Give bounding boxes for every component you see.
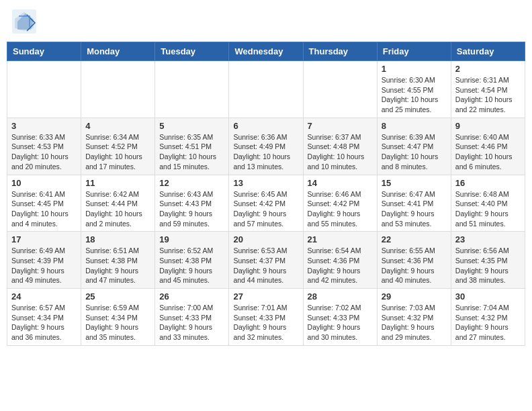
day-info: Sunrise: 6:33 AM Sunset: 4:53 PM Dayligh… (11, 132, 77, 172)
weekday-header-tuesday: Tuesday (155, 42, 229, 61)
calendar-cell (229, 61, 303, 118)
calendar-cell: 4Sunrise: 6:34 AM Sunset: 4:52 PM Daylig… (81, 118, 155, 175)
day-number: 23 (455, 234, 521, 244)
day-info: Sunrise: 6:46 AM Sunset: 4:42 PM Dayligh… (308, 189, 373, 229)
day-number: 18 (85, 234, 150, 244)
day-info: Sunrise: 6:55 AM Sunset: 4:36 PM Dayligh… (382, 246, 447, 285)
calendar-week-row: 3Sunrise: 6:33 AM Sunset: 4:53 PM Daylig… (7, 118, 525, 175)
day-number: 13 (233, 178, 298, 188)
day-info: Sunrise: 6:49 AM Sunset: 4:39 PM Dayligh… (11, 246, 77, 285)
day-info: Sunrise: 6:57 AM Sunset: 4:34 PM Dayligh… (11, 303, 77, 342)
day-number: 15 (382, 178, 447, 188)
calendar-cell: 20Sunrise: 6:53 AM Sunset: 4:37 PM Dayli… (229, 232, 303, 289)
day-info: Sunrise: 6:36 AM Sunset: 4:49 PM Dayligh… (233, 132, 298, 172)
calendar-cell: 30Sunrise: 7:04 AM Sunset: 4:32 PM Dayli… (451, 289, 525, 346)
day-info: Sunrise: 6:53 AM Sunset: 4:37 PM Dayligh… (233, 246, 298, 285)
calendar-cell: 14Sunrise: 6:46 AM Sunset: 4:42 PM Dayli… (303, 175, 377, 232)
day-info: Sunrise: 6:31 AM Sunset: 4:54 PM Dayligh… (455, 75, 521, 115)
weekday-header-saturday: Saturday (451, 42, 525, 61)
calendar-cell: 1Sunrise: 6:30 AM Sunset: 4:55 PM Daylig… (377, 61, 451, 118)
day-number: 20 (233, 234, 298, 244)
day-number: 29 (382, 291, 447, 302)
day-info: Sunrise: 7:03 AM Sunset: 4:32 PM Dayligh… (382, 303, 447, 342)
day-number: 30 (455, 291, 521, 302)
day-info: Sunrise: 6:54 AM Sunset: 4:36 PM Dayligh… (308, 246, 373, 285)
day-number: 4 (85, 121, 150, 131)
calendar-cell (303, 61, 377, 118)
calendar-cell: 2Sunrise: 6:31 AM Sunset: 4:54 PM Daylig… (451, 61, 525, 118)
day-number: 21 (308, 234, 373, 244)
calendar-cell: 11Sunrise: 6:42 AM Sunset: 4:44 PM Dayli… (81, 175, 155, 232)
calendar-cell: 7Sunrise: 6:37 AM Sunset: 4:48 PM Daylig… (303, 118, 377, 175)
page-header (7, 7, 525, 36)
day-info: Sunrise: 6:56 AM Sunset: 4:35 PM Dayligh… (455, 246, 521, 285)
day-info: Sunrise: 6:41 AM Sunset: 4:45 PM Dayligh… (11, 189, 77, 229)
day-info: Sunrise: 6:39 AM Sunset: 4:47 PM Dayligh… (382, 132, 447, 172)
calendar-cell: 27Sunrise: 7:01 AM Sunset: 4:33 PM Dayli… (229, 289, 303, 346)
logo (12, 9, 36, 34)
calendar-cell: 12Sunrise: 6:43 AM Sunset: 4:43 PM Dayli… (155, 175, 229, 232)
day-number: 12 (159, 178, 224, 188)
calendar-week-row: 1Sunrise: 6:30 AM Sunset: 4:55 PM Daylig… (7, 61, 525, 118)
calendar-cell: 21Sunrise: 6:54 AM Sunset: 4:36 PM Dayli… (303, 232, 377, 289)
day-info: Sunrise: 7:00 AM Sunset: 4:33 PM Dayligh… (159, 303, 224, 342)
calendar-cell: 29Sunrise: 7:03 AM Sunset: 4:32 PM Dayli… (377, 289, 451, 346)
day-info: Sunrise: 7:01 AM Sunset: 4:33 PM Dayligh… (233, 303, 298, 342)
day-info: Sunrise: 6:34 AM Sunset: 4:52 PM Dayligh… (85, 132, 150, 172)
day-number: 22 (382, 234, 447, 244)
day-number: 16 (455, 178, 521, 188)
weekday-header-monday: Monday (81, 42, 155, 61)
weekday-header-friday: Friday (377, 42, 451, 61)
day-number: 9 (455, 121, 521, 131)
calendar-week-row: 24Sunrise: 6:57 AM Sunset: 4:34 PM Dayli… (7, 289, 525, 346)
calendar-cell (7, 61, 81, 118)
day-info: Sunrise: 6:35 AM Sunset: 4:51 PM Dayligh… (159, 132, 224, 172)
calendar-cell: 6Sunrise: 6:36 AM Sunset: 4:49 PM Daylig… (229, 118, 303, 175)
calendar-cell: 16Sunrise: 6:48 AM Sunset: 4:40 PM Dayli… (451, 175, 525, 232)
day-number: 24 (11, 291, 77, 302)
day-number: 26 (159, 291, 224, 302)
day-number: 7 (308, 121, 373, 131)
day-number: 11 (85, 178, 150, 188)
calendar-cell (155, 61, 229, 118)
calendar-cell: 15Sunrise: 6:47 AM Sunset: 4:41 PM Dayli… (377, 175, 451, 232)
day-info: Sunrise: 6:37 AM Sunset: 4:48 PM Dayligh… (308, 132, 373, 172)
calendar-cell: 25Sunrise: 6:59 AM Sunset: 4:34 PM Dayli… (81, 289, 155, 346)
day-info: Sunrise: 6:45 AM Sunset: 4:42 PM Dayligh… (233, 189, 298, 229)
logo-icon (12, 9, 36, 34)
day-number: 5 (159, 121, 224, 131)
day-info: Sunrise: 6:43 AM Sunset: 4:43 PM Dayligh… (159, 189, 224, 229)
calendar-cell: 5Sunrise: 6:35 AM Sunset: 4:51 PM Daylig… (155, 118, 229, 175)
day-info: Sunrise: 6:52 AM Sunset: 4:38 PM Dayligh… (159, 246, 224, 285)
day-number: 27 (233, 291, 298, 302)
calendar-week-row: 17Sunrise: 6:49 AM Sunset: 4:39 PM Dayli… (7, 232, 525, 289)
weekday-header-wednesday: Wednesday (229, 42, 303, 61)
calendar-cell: 13Sunrise: 6:45 AM Sunset: 4:42 PM Dayli… (229, 175, 303, 232)
day-number: 1 (382, 64, 447, 74)
calendar-table: SundayMondayTuesdayWednesdayThursdayFrid… (7, 42, 525, 346)
weekday-header-thursday: Thursday (303, 42, 377, 61)
day-info: Sunrise: 6:48 AM Sunset: 4:40 PM Dayligh… (455, 189, 521, 229)
day-info: Sunrise: 6:51 AM Sunset: 4:38 PM Dayligh… (85, 246, 150, 285)
day-number: 25 (85, 291, 150, 302)
calendar-week-row: 10Sunrise: 6:41 AM Sunset: 4:45 PM Dayli… (7, 175, 525, 232)
calendar-cell: 28Sunrise: 7:02 AM Sunset: 4:33 PM Dayli… (303, 289, 377, 346)
calendar-cell: 26Sunrise: 7:00 AM Sunset: 4:33 PM Dayli… (155, 289, 229, 346)
calendar-cell: 23Sunrise: 6:56 AM Sunset: 4:35 PM Dayli… (451, 232, 525, 289)
calendar-cell: 8Sunrise: 6:39 AM Sunset: 4:47 PM Daylig… (377, 118, 451, 175)
day-info: Sunrise: 6:42 AM Sunset: 4:44 PM Dayligh… (85, 189, 150, 229)
calendar-cell: 18Sunrise: 6:51 AM Sunset: 4:38 PM Dayli… (81, 232, 155, 289)
day-info: Sunrise: 6:30 AM Sunset: 4:55 PM Dayligh… (382, 75, 447, 115)
calendar-cell: 9Sunrise: 6:40 AM Sunset: 4:46 PM Daylig… (451, 118, 525, 175)
calendar-cell (81, 61, 155, 118)
day-info: Sunrise: 6:47 AM Sunset: 4:41 PM Dayligh… (382, 189, 447, 229)
day-number: 3 (11, 121, 77, 131)
calendar-cell: 3Sunrise: 6:33 AM Sunset: 4:53 PM Daylig… (7, 118, 81, 175)
day-number: 6 (233, 121, 298, 131)
day-info: Sunrise: 6:59 AM Sunset: 4:34 PM Dayligh… (85, 303, 150, 342)
calendar-cell: 10Sunrise: 6:41 AM Sunset: 4:45 PM Dayli… (7, 175, 81, 232)
day-number: 28 (308, 291, 373, 302)
day-number: 17 (11, 234, 77, 244)
day-number: 10 (11, 178, 77, 188)
calendar-cell: 24Sunrise: 6:57 AM Sunset: 4:34 PM Dayli… (7, 289, 81, 346)
